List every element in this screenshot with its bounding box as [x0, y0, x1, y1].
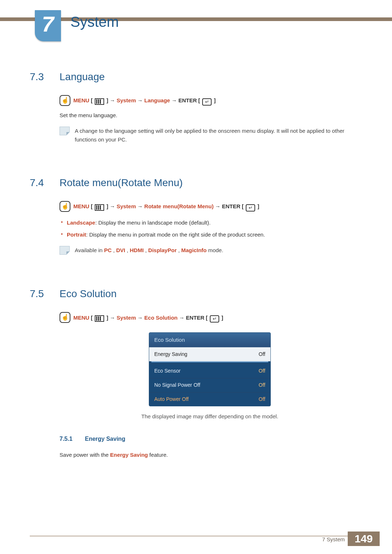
arrow-icon: → [110, 313, 115, 322]
chapter-title: System [70, 14, 119, 30]
bracket-close: ] [221, 313, 223, 322]
section-7-5-body: ☝ MENU [ ] → System → Eco Solution → ENT… [30, 312, 360, 459]
chapter-number: 7 [35, 12, 61, 37]
page-number-chip: 149 [348, 532, 380, 546]
menu-button-icon [95, 98, 104, 105]
osd-title: Eco Solution [149, 333, 270, 347]
subsection-number: 7.5.1 [60, 435, 79, 444]
osd-row-value: Off [259, 367, 265, 375]
arrow-icon: → [171, 96, 177, 104]
menu-label: MENU [73, 202, 89, 210]
path-item: Language [144, 96, 170, 104]
page-content: 7.3 Language ☝ MENU [ ] → System → Langu… [30, 65, 360, 459]
menu-button-icon [95, 315, 104, 322]
list-item: Landscape: Display the menu in landscape… [60, 218, 360, 227]
section-7-3-heading: 7.3 Language [30, 71, 360, 83]
bracket-close: ] [214, 96, 216, 104]
touch-icon: ☝ [60, 312, 70, 323]
menu-path: ☝ MENU [ ] → System → Language → ENTER [… [60, 95, 360, 106]
osd-row-value: Off [259, 381, 265, 389]
option-text: : Display the menu in portrait mode on t… [86, 231, 265, 238]
osd-row[interactable]: Eco Sensor Off [149, 364, 270, 378]
osd-selection-underline [151, 361, 268, 362]
arrow-icon: → [110, 202, 115, 210]
enter-button-icon: ↵ [202, 98, 212, 106]
mode: DisplayPor [148, 247, 176, 253]
section-number: 7.3 [30, 71, 60, 83]
option-label: Portrait [67, 231, 86, 238]
bracket-open: [ [91, 313, 93, 322]
bracket-close: ] [106, 96, 108, 104]
osd-row[interactable]: No Signal Power Off Off [149, 378, 270, 392]
section-number: 7.4 [30, 177, 60, 189]
path-system: System [117, 313, 136, 322]
path-system: System [117, 96, 136, 104]
osd-panel: Eco Solution Energy Saving Off Eco Senso… [149, 332, 271, 406]
text-before: Save power with the [60, 452, 110, 458]
bracket-close: ] [106, 313, 108, 322]
intro-text: Set the menu language. [60, 111, 360, 119]
osd-row[interactable]: Auto Power Off Off [149, 392, 270, 406]
section-title: Rotate menu(Rotate Menu) [60, 177, 183, 189]
arrow-icon: → [179, 313, 184, 322]
enter-label: ENTER [186, 313, 204, 322]
bracket-close: ] [257, 202, 259, 210]
arrow-icon: → [110, 96, 115, 104]
bracket-open: [ [198, 96, 200, 104]
text-after: feature. [148, 452, 168, 458]
bracket-open: [ [91, 202, 93, 210]
note-prefix: Available in [75, 247, 104, 253]
note-icon [60, 127, 70, 135]
enter-label: ENTER [178, 96, 197, 104]
section-7-4-heading: 7.4 Rotate menu(Rotate Menu) [30, 177, 360, 189]
option-list: Landscape: Display the menu in landscape… [60, 218, 360, 239]
mode: DVI [116, 247, 125, 253]
osd-caption: The displayed image may differ depending… [60, 412, 360, 420]
arrow-icon: → [138, 313, 143, 322]
note: Available in PC , DVI , HDMI , DisplayPo… [60, 246, 360, 255]
path-item: Eco Solution [144, 313, 178, 322]
bracket-open: [ [206, 313, 208, 322]
option-label: Landscape [67, 219, 95, 226]
touch-icon: ☝ [60, 95, 70, 106]
option-text: : Display the menu in landscape mode (de… [95, 219, 211, 226]
osd-row-selected[interactable]: Energy Saving Off [149, 347, 270, 362]
enter-button-icon: ↵ [246, 204, 255, 212]
section-7-3-body: ☝ MENU [ ] → System → Language → ENTER [… [30, 95, 360, 144]
list-item: Portrait: Display the menu in portrait m… [60, 230, 360, 239]
osd-row-label: Eco Sensor [154, 367, 180, 375]
path-system: System [117, 202, 136, 210]
bracket-close: ] [106, 202, 108, 210]
mode: HDMI [130, 247, 144, 253]
section-number: 7.5 [30, 288, 60, 300]
footer-label: 7 System [322, 536, 345, 542]
note-suffix: mode. [208, 247, 223, 253]
note-text: Available in PC , DVI , HDMI , DisplayPo… [75, 246, 360, 255]
arrow-icon: → [215, 202, 220, 210]
arrow-icon: → [138, 96, 143, 104]
section-title: Eco Solution [60, 288, 117, 300]
osd-row-label: Auto Power Off [154, 395, 189, 403]
bracket-open: [ [242, 202, 244, 210]
text-key: Energy Saving [110, 452, 148, 458]
note-icon [60, 246, 70, 255]
menu-path: ☝ MENU [ ] → System → Eco Solution → ENT… [60, 312, 360, 323]
mode: MagicInfo [181, 247, 207, 253]
menu-label: MENU [73, 96, 89, 104]
osd-row-value: Off [259, 350, 265, 358]
section-7-5-heading: 7.5 Eco Solution [30, 288, 360, 300]
section-7-4-body: ☝ MENU [ ] → System → Rotate menu(Rotate… [30, 201, 360, 255]
bracket-open: [ [91, 96, 93, 104]
touch-icon: ☝ [60, 201, 70, 212]
menu-button-icon [95, 204, 104, 211]
osd-row-label: Energy Saving [154, 350, 187, 358]
subsection-7-5-1-heading: 7.5.1 Energy Saving [60, 435, 360, 444]
note: A change to the language setting will on… [60, 127, 360, 144]
osd-row-label: No Signal Power Off [154, 381, 200, 389]
osd-row-value: Off [259, 395, 265, 403]
mode: PC [104, 247, 112, 253]
section-title: Language [60, 71, 105, 83]
subsection-title: Energy Saving [85, 435, 125, 444]
menu-path: ☝ MENU [ ] → System → Rotate menu(Rotate… [60, 201, 360, 212]
menu-label: MENU [73, 313, 89, 322]
